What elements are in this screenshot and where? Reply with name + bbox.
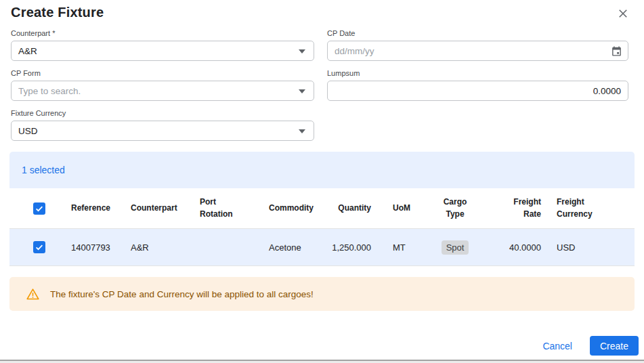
selection-summary-text: 1 selected bbox=[22, 165, 65, 175]
lumpsum-field-group: Lumpsum bbox=[327, 69, 628, 101]
fixture-currency-field-group: Fixture Currency USD bbox=[11, 109, 314, 141]
cell-freight-currency: USD bbox=[541, 242, 635, 253]
cp-form-label: CP Form bbox=[11, 69, 314, 77]
cell-commodity: Acetone bbox=[269, 242, 328, 253]
cancel-button[interactable]: Cancel bbox=[542, 341, 572, 351]
cell-quantity: 1,250.000 bbox=[328, 242, 371, 253]
col-header-counterpart: Counterpart bbox=[131, 202, 200, 214]
row-checkbox[interactable] bbox=[33, 241, 45, 253]
warning-icon bbox=[26, 287, 40, 301]
cp-form-placeholder: Type to search. bbox=[18, 86, 81, 96]
selection-summary: 1 selected bbox=[9, 152, 635, 188]
fixture-currency-value: USD bbox=[18, 126, 38, 136]
col-header-port-rotation: Port Rotation bbox=[200, 196, 269, 220]
counterpart-value: A&R bbox=[18, 46, 37, 56]
cp-form-select[interactable]: Type to search. bbox=[11, 81, 314, 101]
lumpsum-label: Lumpsum bbox=[327, 69, 628, 77]
select-all-cell bbox=[9, 202, 71, 215]
cp-date-field-group: CP Date bbox=[327, 29, 628, 61]
fixture-currency-label: Fixture Currency bbox=[11, 109, 314, 117]
select-all-checkbox[interactable] bbox=[33, 202, 45, 215]
chevron-down-icon bbox=[299, 49, 305, 54]
cargo-table-section: 1 selected Reference Counterpart Port Ro… bbox=[9, 152, 635, 266]
page-title: Create Fixture bbox=[11, 5, 104, 20]
cell-freight-rate: 40.0000 bbox=[477, 242, 541, 253]
counterpart-field-group: Counterpart * A&R bbox=[11, 29, 314, 61]
lumpsum-control bbox=[327, 81, 628, 101]
col-header-uom: UoM bbox=[371, 202, 433, 214]
calendar-icon[interactable] bbox=[609, 44, 624, 58]
cp-date-control bbox=[327, 41, 628, 61]
cp-date-input[interactable] bbox=[335, 41, 607, 60]
dialog-footer: Cancel Create bbox=[542, 336, 639, 356]
table-header-row: Reference Counterpart Port Rotation Comm… bbox=[9, 188, 635, 229]
col-header-freight-rate: Freight Rate bbox=[477, 196, 541, 220]
col-header-commodity: Commodity bbox=[269, 202, 328, 214]
create-button[interactable]: Create bbox=[590, 336, 639, 356]
cargo-type-badge: Spot bbox=[442, 240, 469, 255]
cell-reference: 14007793 bbox=[71, 242, 131, 253]
cp-form-field-group: CP Form Type to search. bbox=[11, 69, 314, 101]
table-row[interactable]: 14007793 A&R Acetone 1,250.000 MT Spot 4… bbox=[9, 229, 635, 266]
lumpsum-input[interactable] bbox=[335, 81, 621, 100]
chevron-down-icon bbox=[299, 89, 305, 93]
dialog-header: Create Fixture bbox=[0, 0, 644, 22]
cp-date-label: CP Date bbox=[327, 29, 628, 37]
chevron-down-icon bbox=[299, 129, 305, 133]
col-header-quantity: Quantity bbox=[328, 202, 371, 214]
cell-uom: MT bbox=[371, 242, 433, 253]
warning-banner: The fixture's CP Date and Currency will … bbox=[9, 277, 635, 311]
form-grid-spacer bbox=[327, 109, 628, 149]
col-header-reference: Reference bbox=[71, 202, 131, 214]
close-icon[interactable] bbox=[614, 5, 632, 22]
cell-counterpart: A&R bbox=[131, 242, 200, 253]
col-header-freight-currency: Freight Currency bbox=[541, 196, 635, 220]
background-page-edge bbox=[0, 360, 644, 363]
cell-cargo-type: Spot bbox=[433, 240, 477, 255]
counterpart-label: Counterpart * bbox=[11, 29, 314, 37]
col-header-cargo-type: Cargo Type bbox=[433, 196, 477, 220]
fixture-currency-select[interactable]: USD bbox=[11, 121, 314, 141]
warning-message: The fixture's CP Date and Currency will … bbox=[50, 289, 314, 299]
fixture-form: Counterpart * A&R CP Date CP Form Type t… bbox=[0, 22, 644, 149]
row-checkbox-cell bbox=[9, 241, 71, 253]
counterpart-select[interactable]: A&R bbox=[11, 41, 314, 61]
